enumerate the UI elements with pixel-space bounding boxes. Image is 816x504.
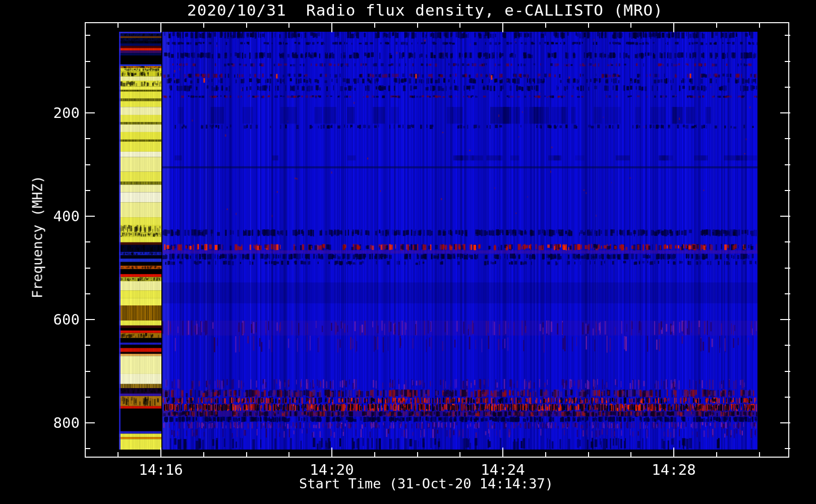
x-axis-tick: [545, 452, 546, 458]
x-axis-tick: [160, 22, 161, 32]
x-axis-tick: [459, 452, 460, 458]
x-axis-tick: [630, 22, 631, 28]
x-axis-tick: [759, 452, 760, 458]
y-axis-tick: [785, 87, 790, 88]
y-axis-tick: [785, 371, 790, 372]
x-axis-tick: [331, 22, 332, 32]
y-axis-tick: [785, 241, 790, 242]
y-axis-tick: [85, 87, 90, 88]
x-axis-tick: [716, 452, 717, 458]
x-axis-tick: [630, 452, 631, 458]
y-axis-tick: [785, 345, 790, 346]
y-axis-tick: [85, 268, 90, 269]
y-axis-tick: [85, 371, 90, 372]
x-axis-tick: [545, 22, 546, 28]
x-axis-tick: [588, 22, 589, 28]
y-axis-tick: [785, 190, 790, 191]
y-axis-tick: [85, 293, 90, 294]
chart-title: 2020/10/31 Radio flux density, e-CALLIST…: [187, 1, 663, 19]
y-axis-tick: [780, 319, 790, 320]
y-axis-tick: [785, 61, 790, 62]
y-axis-tick: [785, 397, 790, 398]
x-axis-tick: [716, 22, 717, 28]
plot-frame: [85, 22, 789, 458]
x-axis-tick: [502, 22, 503, 32]
x-axis-tick: [673, 448, 674, 458]
y-axis-tick: [785, 138, 790, 139]
spectrogram-page: 14:1614:2014:2414:28200400600800 2020/10…: [0, 0, 816, 504]
y-axis-tick: [780, 216, 790, 217]
y-axis-label: Frequency (MHZ): [30, 175, 45, 298]
x-tick-label: 14:28: [652, 462, 695, 478]
y-axis-tick: [780, 422, 790, 423]
x-axis-tick: [160, 448, 161, 458]
y-axis-tick: [785, 164, 790, 165]
y-tick-label: 800: [34, 415, 80, 431]
x-axis-tick: [331, 448, 332, 458]
y-axis-tick: [85, 422, 95, 423]
y-axis-tick: [85, 138, 90, 139]
y-axis-tick: [85, 190, 90, 191]
y-axis-tick: [85, 397, 90, 398]
x-tick-label: 14:16: [139, 462, 183, 478]
y-axis-tick: [85, 61, 90, 62]
y-axis-tick: [85, 448, 90, 449]
x-axis-tick: [288, 452, 289, 458]
y-axis-tick: [785, 293, 790, 294]
x-axis-label: Start Time (31-Oct-20 14:14:37): [299, 476, 553, 491]
y-axis-tick: [780, 112, 790, 113]
x-axis-tick: [673, 22, 674, 32]
x-axis-tick: [459, 22, 460, 28]
y-axis-tick: [85, 35, 90, 36]
x-axis-tick: [417, 22, 418, 28]
y-axis-tick: [785, 448, 790, 449]
x-axis-tick: [374, 452, 375, 458]
x-axis-tick: [759, 22, 760, 28]
y-axis-tick: [85, 345, 90, 346]
y-axis-tick: [85, 216, 95, 217]
x-axis-tick: [288, 22, 289, 28]
y-axis-tick: [785, 35, 790, 36]
x-axis-tick: [203, 452, 204, 458]
y-axis-tick: [85, 319, 95, 320]
x-axis-tick: [374, 22, 375, 28]
y-axis-tick: [85, 241, 90, 242]
x-axis-tick: [246, 22, 247, 28]
y-tick-label: 200: [34, 105, 80, 121]
y-axis-tick: [85, 164, 90, 165]
x-axis-tick: [203, 22, 204, 28]
x-axis-tick: [502, 448, 503, 458]
x-axis-tick: [118, 452, 119, 458]
y-tick-label: 600: [34, 311, 80, 328]
y-axis-tick: [85, 112, 95, 113]
x-axis-tick: [417, 452, 418, 458]
x-axis-tick: [118, 22, 119, 28]
y-axis-tick: [785, 268, 790, 269]
x-axis-tick: [588, 452, 589, 458]
x-axis-tick: [246, 452, 247, 458]
